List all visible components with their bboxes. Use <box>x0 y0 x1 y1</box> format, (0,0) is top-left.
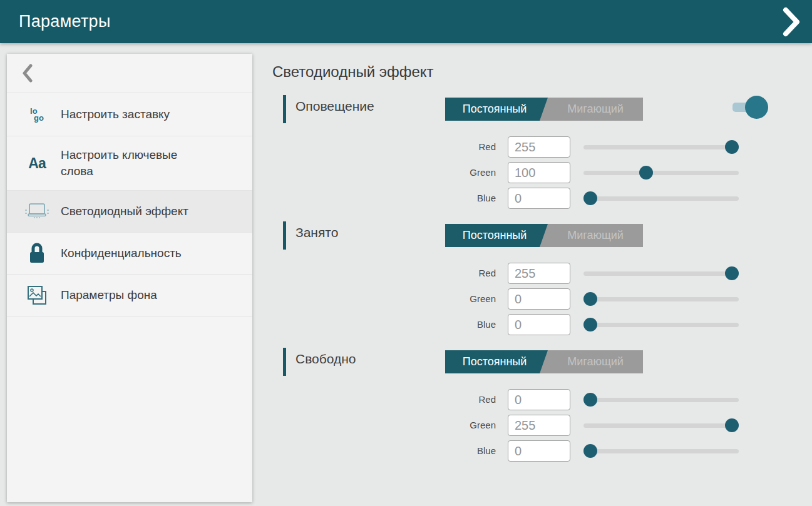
rgb-row-green: Green <box>272 162 812 183</box>
section-busy: Занято Мигающий Постоянный Red Green Blu… <box>272 220 812 345</box>
slider-thumb[interactable] <box>583 444 597 458</box>
keywords-icon: Aa <box>23 155 51 172</box>
channel-value-input[interactable] <box>508 440 570 462</box>
rgb-row-green: Green <box>272 415 812 436</box>
page-title: Параметры <box>19 12 111 31</box>
rgb-row-blue: Blue <box>272 440 812 462</box>
channel-value-input[interactable] <box>508 136 570 158</box>
slider-track <box>583 271 739 276</box>
settings-sidebar: logo Настроить заставку Aa Настроить клю… <box>7 54 252 502</box>
slider-track <box>583 449 739 453</box>
channel-slider[interactable] <box>583 136 739 158</box>
channel-slider[interactable] <box>583 440 739 462</box>
channel-label: Green <box>414 420 496 430</box>
rgb-row-red: Red <box>272 263 812 284</box>
rgb-row-blue: Blue <box>272 314 812 335</box>
section-accent-bar <box>283 348 286 376</box>
sidebar-item-privacy[interactable]: Конфиденциальность <box>7 233 252 275</box>
sidebar-item-label: Светодиодный эффект <box>61 203 188 220</box>
mode-blinking-button[interactable]: Мигающий <box>548 350 643 373</box>
slider-thumb[interactable] <box>583 318 597 331</box>
channel-label: Red <box>414 394 496 405</box>
channel-label: Green <box>414 167 496 178</box>
section-title: Занято <box>296 225 338 240</box>
sidebar-item-label: Конфиденциальность <box>61 245 182 261</box>
channel-value-input[interactable] <box>508 314 570 335</box>
slider-thumb[interactable] <box>725 418 739 432</box>
channel-slider[interactable] <box>583 162 739 183</box>
slider-thumb[interactable] <box>583 393 597 407</box>
channel-label: Blue <box>414 193 496 203</box>
channel-slider[interactable] <box>583 389 739 410</box>
toggle-knob <box>745 96 768 119</box>
slider-track <box>583 145 739 149</box>
notification-enable-toggle[interactable] <box>731 96 769 121</box>
sidebar-item-splash-screen[interactable]: logo Настроить заставку <box>7 93 252 136</box>
sidebar-item-keywords[interactable]: Aa Настроить ключевые слова <box>7 136 252 191</box>
slider-thumb[interactable] <box>725 266 739 280</box>
content-title: Светодиодный эффект <box>272 63 434 81</box>
section-title: Свободно <box>296 352 356 367</box>
channel-label: Blue <box>414 319 496 330</box>
mode-segmented-control: Мигающий Постоянный <box>445 350 643 373</box>
sidebar-item-background[interactable]: Параметры фона <box>7 275 252 316</box>
mode-constant-button[interactable]: Постоянный <box>445 224 548 247</box>
lock-icon <box>23 242 51 265</box>
rgb-row-green: Green <box>272 288 812 310</box>
section-accent-bar <box>283 221 286 250</box>
slider-track <box>583 297 739 301</box>
led-effect-icon <box>23 201 51 221</box>
slider-track <box>583 398 739 402</box>
forward-chevron-icon[interactable] <box>781 6 802 38</box>
slider-thumb[interactable] <box>725 140 739 154</box>
mode-blinking-button[interactable]: Мигающий <box>548 224 643 247</box>
mode-constant-button[interactable]: Постоянный <box>445 350 548 373</box>
rgb-row-blue: Blue <box>272 188 812 209</box>
channel-value-input[interactable] <box>508 288 570 310</box>
sidebar-item-led-effect[interactable]: Светодиодный эффект <box>7 191 252 233</box>
sidebar-item-label: Настроить ключевые слова <box>61 147 177 180</box>
channel-label: Red <box>414 268 496 278</box>
channel-value-input[interactable] <box>508 188 570 209</box>
channel-value-input[interactable] <box>508 415 570 436</box>
sidebar-item-label: Параметры фона <box>61 287 157 303</box>
channel-label: Blue <box>414 445 496 456</box>
mode-blinking-button[interactable]: Мигающий <box>548 98 643 121</box>
slider-thumb[interactable] <box>639 166 653 180</box>
channel-slider[interactable] <box>583 415 739 436</box>
channel-slider[interactable] <box>583 314 739 335</box>
sidebar-item-label: Настроить заставку <box>61 106 170 123</box>
channel-value-input[interactable] <box>508 162 570 183</box>
logo-icon: logo <box>23 108 51 121</box>
slider-track <box>583 196 739 201</box>
channel-value-input[interactable] <box>508 389 570 410</box>
rgb-rows: Red Green Blue <box>272 389 812 466</box>
mode-segmented-control: Мигающий Постоянный <box>445 98 643 121</box>
channel-label: Green <box>414 293 496 304</box>
slider-track <box>583 171 739 175</box>
section-title: Оповещение <box>296 99 374 114</box>
section-accent-bar <box>283 95 286 123</box>
back-chevron-icon <box>22 64 33 83</box>
slider-track <box>583 423 739 428</box>
section-notification: Оповещение Мигающий Постоянный Red Green… <box>272 94 812 219</box>
background-images-icon <box>23 284 51 306</box>
sidebar-back-button[interactable] <box>7 54 252 93</box>
mode-constant-button[interactable]: Постоянный <box>445 98 548 121</box>
mode-segmented-control: Мигающий Постоянный <box>445 224 643 247</box>
rgb-row-red: Red <box>272 136 812 158</box>
rgb-rows: Red Green Blue <box>272 136 812 213</box>
slider-track <box>583 323 739 327</box>
rgb-row-red: Red <box>272 389 812 410</box>
slider-thumb[interactable] <box>583 292 597 306</box>
channel-value-input[interactable] <box>508 263 570 284</box>
section-free: Свободно Мигающий Постоянный Red Green B… <box>272 347 812 472</box>
app-header: Параметры <box>0 0 812 43</box>
slider-thumb[interactable] <box>583 191 597 205</box>
channel-slider[interactable] <box>583 263 739 284</box>
channel-label: Red <box>414 141 496 152</box>
rgb-rows: Red Green Blue <box>272 263 812 340</box>
channel-slider[interactable] <box>583 288 739 310</box>
channel-slider[interactable] <box>583 188 739 209</box>
